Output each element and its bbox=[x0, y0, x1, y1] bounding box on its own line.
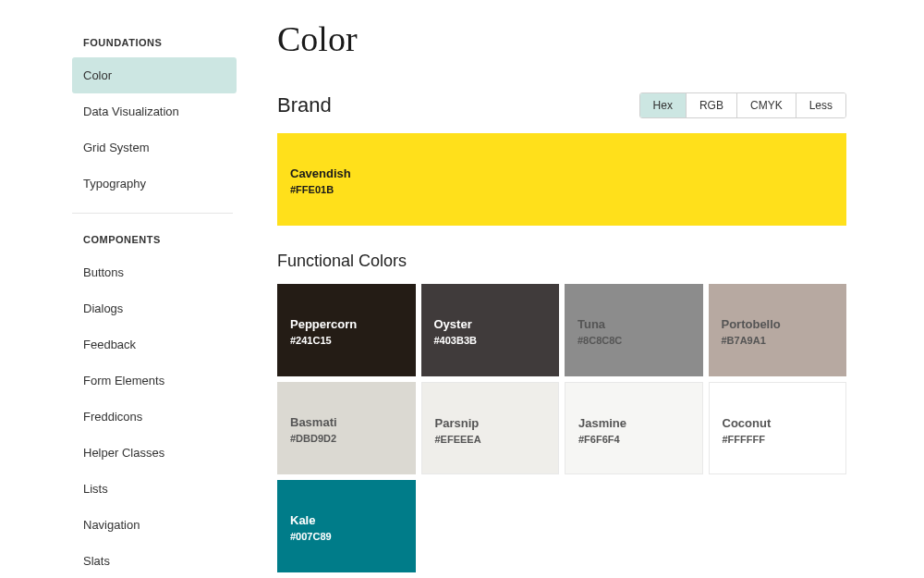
swatch-grid: Peppercorn #241C15 Oyster #403B3B Tuna #… bbox=[277, 284, 846, 572]
swatch-jasmine[interactable]: Jasmine #F6F6F4 bbox=[565, 382, 703, 474]
swatch-name: Parsnip bbox=[435, 416, 546, 430]
functional-title: Functional Colors bbox=[277, 252, 846, 271]
sidebar-item-lists[interactable]: Lists bbox=[72, 471, 237, 507]
sidebar-item-helper[interactable]: Helper Classes bbox=[72, 435, 237, 471]
sidebar-section-title-components: COMPONENTS bbox=[72, 225, 240, 254]
format-tabs: Hex RGB CMYK Less bbox=[639, 92, 846, 118]
brand-title: Brand bbox=[277, 93, 332, 117]
swatch-tuna[interactable]: Tuna #8C8C8C bbox=[565, 284, 703, 376]
swatch-name: Portobello bbox=[722, 317, 834, 331]
page-title: Color bbox=[277, 18, 846, 59]
sidebar: FOUNDATIONS Color Data Visualization Gri… bbox=[0, 0, 240, 578]
main-content: Color Brand Hex RGB CMYK Less Cavendish … bbox=[240, 0, 924, 578]
swatch-hex: #241C15 bbox=[290, 335, 403, 346]
swatch-name: Coconut bbox=[723, 416, 833, 430]
sidebar-item-typography[interactable]: Typography bbox=[72, 166, 237, 202]
brand-section-header: Brand Hex RGB CMYK Less bbox=[277, 92, 846, 118]
sidebar-item-slats[interactable]: Slats bbox=[72, 543, 237, 578]
sidebar-divider bbox=[72, 213, 233, 214]
swatch-hex: #403B3B bbox=[434, 335, 547, 346]
format-tab-rgb[interactable]: RGB bbox=[687, 93, 737, 117]
swatch-name: Oyster bbox=[434, 317, 547, 331]
swatch-name: Tuna bbox=[578, 317, 690, 331]
swatch-cavendish[interactable]: Cavendish #FFE01B bbox=[277, 133, 846, 226]
swatch-name: Jasmine bbox=[578, 416, 689, 430]
sidebar-section-title-foundations: FOUNDATIONS bbox=[72, 28, 240, 57]
sidebar-item-dataviz[interactable]: Data Visualization bbox=[72, 93, 237, 129]
swatch-oyster[interactable]: Oyster #403B3B bbox=[421, 284, 560, 376]
format-tab-hex[interactable]: Hex bbox=[640, 93, 687, 117]
sidebar-item-feedback[interactable]: Feedback bbox=[72, 326, 237, 363]
swatch-parsnip[interactable]: Parsnip #EFEEEA bbox=[421, 382, 560, 474]
sidebar-item-buttons[interactable]: Buttons bbox=[72, 254, 237, 290]
sidebar-item-form[interactable]: Form Elements bbox=[72, 363, 237, 399]
swatch-hex: #FFFFFF bbox=[723, 434, 833, 445]
swatch-hex: #FFE01B bbox=[290, 184, 833, 195]
swatch-hex: #F6F6F4 bbox=[578, 434, 689, 445]
swatch-coconut[interactable]: Coconut #FFFFFF bbox=[709, 382, 847, 474]
sidebar-item-color[interactable]: Color bbox=[72, 57, 237, 93]
sidebar-item-navigation[interactable]: Navigation bbox=[72, 507, 237, 543]
swatch-peppercorn[interactable]: Peppercorn #241C15 bbox=[277, 284, 416, 376]
swatch-basmati[interactable]: Basmati #DBD9D2 bbox=[277, 382, 416, 474]
swatch-hex: #B7A9A1 bbox=[722, 335, 834, 346]
swatch-hex: #DBD9D2 bbox=[290, 433, 403, 444]
format-tab-cmyk[interactable]: CMYK bbox=[737, 93, 796, 117]
sidebar-item-freddicons[interactable]: Freddicons bbox=[72, 399, 237, 435]
swatch-hex: #EFEEEA bbox=[435, 434, 546, 445]
swatch-hex: #8C8C8C bbox=[578, 335, 690, 346]
swatch-name: Peppercorn bbox=[290, 317, 403, 331]
sidebar-item-dialogs[interactable]: Dialogs bbox=[72, 290, 237, 326]
sidebar-item-grid[interactable]: Grid System bbox=[72, 129, 237, 166]
swatch-hex: #007C89 bbox=[290, 531, 403, 542]
swatch-name: Basmati bbox=[290, 415, 403, 429]
swatch-name: Cavendish bbox=[290, 166, 833, 180]
swatch-name: Kale bbox=[290, 513, 403, 527]
format-tab-less[interactable]: Less bbox=[796, 93, 845, 117]
swatch-kale[interactable]: Kale #007C89 bbox=[277, 480, 416, 572]
swatch-portobello[interactable]: Portobello #B7A9A1 bbox=[709, 284, 847, 376]
